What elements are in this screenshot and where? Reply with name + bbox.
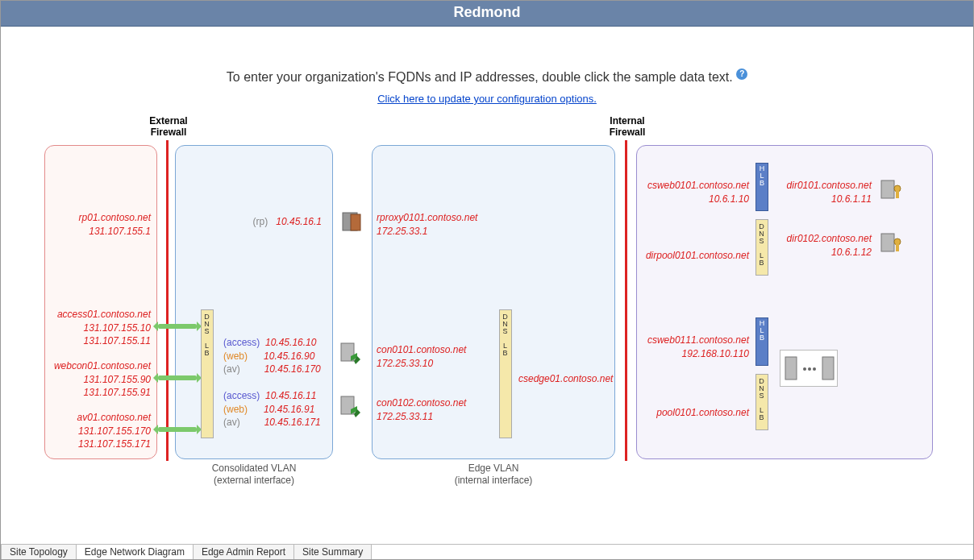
con1-ip: 172.25.33.10 — [377, 358, 433, 369]
dns-lb-bar-int1: DNS LB — [755, 219, 768, 276]
csweb1-fqdn: csweb0101.contoso.net — [647, 180, 749, 191]
svg-point-13 — [808, 367, 811, 371]
dns-lb-bar-int2: DNS LB — [755, 374, 768, 430]
csweb2-ip: 192.168.10.110 — [682, 348, 749, 359]
instruction-span: To enter your organization's FQDNs and I… — [227, 70, 733, 84]
av-ip2: 131.107.155.171 — [78, 438, 151, 450]
config-link[interactable]: Click here to update your configuration … — [377, 93, 597, 105]
consolidated-set1: (access) 10.45.16.10 (web) 10.45.16.90 (… — [223, 336, 328, 375]
rproxy-ip: 172.25.33.1 — [377, 226, 427, 237]
access-ip1: 131.107.155.10 — [84, 322, 151, 334]
dir1-ip: 10.6.1.11 — [831, 193, 872, 205]
rp-role-label: (rp) — [253, 216, 268, 227]
csweb2[interactable]: csweb0111.contoso.net 192.168.10.110 — [641, 334, 749, 359]
page-title: Redmond — [1, 1, 973, 27]
dns-lb-bar-consolidated: DNS LB — [201, 309, 214, 438]
csweb1[interactable]: csweb0101.contoso.net 10.6.1.10 — [641, 179, 749, 205]
consolidated-set2: (access) 10.45.16.11 (web) 10.45.16.91 (… — [223, 389, 328, 429]
av-external[interactable]: av01.contoso.net 131.107.155.170 131.107… — [49, 411, 151, 450]
dir2[interactable]: dir0102.contoso.net 10.6.1.12 — [775, 232, 872, 258]
help-icon[interactable]: ? — [736, 68, 747, 80]
instruction-text: To enter your organization's FQDNs and I… — [1, 68, 973, 85]
webcon-external[interactable]: webcon01.contoso.net 131.107.155.90 131.… — [40, 359, 151, 399]
set2-av-ip[interactable]: 10.45.16.171 — [264, 417, 321, 428]
tab-site-summary[interactable]: Site Summary — [293, 545, 372, 559]
access-ip2: 131.107.155.11 — [84, 335, 151, 346]
internal-firewall-label: InternalFirewall — [603, 116, 651, 139]
webcon-ip1: 131.107.155.90 — [84, 374, 151, 385]
tab-edge-network-diagram[interactable]: Edge Network Diagram — [76, 545, 194, 559]
set2-access-ip[interactable]: 10.45.16.11 — [265, 390, 316, 401]
hlb-bar-1: HLB — [755, 163, 768, 211]
dir1-fqdn: dir0101.contoso.net — [787, 180, 872, 191]
consolidated-vlan-label: Consolidated VLAN (external interface) — [175, 463, 333, 487]
set2-web-lbl: (web) — [223, 404, 248, 415]
rproxy-edge[interactable]: rproxy0101.contoso.net 172.25.33.1 — [377, 211, 506, 237]
svg-point-14 — [813, 367, 816, 371]
rp-ip: 131.107.155.1 — [89, 226, 151, 237]
con2-ip: 172.25.33.11 — [377, 411, 433, 422]
svg-rect-10 — [785, 357, 797, 380]
svg-rect-11 — [822, 357, 834, 380]
csweb1-ip: 10.6.1.10 — [709, 193, 749, 205]
webcon-fqdn: webcon01.contoso.net — [54, 360, 151, 371]
set2-web-ip[interactable]: 10.45.16.91 — [264, 404, 314, 415]
dir2-ip: 10.6.1.12 — [831, 247, 872, 258]
csweb2-fqdn: csweb0111.contoso.net — [647, 334, 749, 346]
rp-internal-ip[interactable]: 10.45.16.1 — [276, 216, 322, 227]
connector-webcon — [158, 375, 197, 380]
set1-av-lbl: (av) — [223, 363, 240, 375]
vlan-int-sub: (internal interface) — [455, 475, 533, 486]
connector-access — [158, 324, 197, 329]
hlb-bar-2: HLB — [755, 317, 768, 366]
con1-fqdn: con0101.contoso.net — [377, 344, 466, 355]
access-fqdn: access01.contoso.net — [57, 309, 151, 320]
dir1[interactable]: dir0101.contoso.net 10.6.1.11 — [775, 179, 872, 205]
svg-rect-6 — [896, 190, 899, 198]
diagram-canvas: ExternalFirewall InternalFirewall Consol… — [1, 108, 973, 511]
set1-access-lbl: (access) — [223, 337, 260, 348]
access-external[interactable]: access01.contoso.net 131.107.155.10 131.… — [43, 308, 151, 347]
set1-web-ip[interactable]: 10.45.16.90 — [264, 351, 314, 362]
vlan-ext-name: Consolidated VLAN — [212, 463, 297, 474]
rp-internal-ip-row: (rp) 10.45.16.1 — [217, 215, 322, 228]
svg-rect-4 — [881, 180, 894, 198]
set1-access-ip[interactable]: 10.45.16.10 — [265, 337, 316, 348]
pool-server-cluster-icon — [780, 350, 838, 387]
director-server-icon-2 — [880, 232, 904, 256]
webcon-ip2: 131.107.155.91 — [84, 387, 151, 398]
vlan-int-name: Edge VLAN — [468, 463, 519, 474]
config-link-row: Click here to update your configuration … — [1, 93, 973, 105]
av-ip1: 131.107.155.170 — [78, 425, 151, 437]
edge-server-icon-2 — [339, 395, 364, 419]
con1-edge[interactable]: con0101.contoso.net 172.25.33.10 — [377, 343, 506, 369]
rp-external[interactable]: rp01.contoso.net 131.107.155.1 — [49, 211, 151, 237]
con2-edge[interactable]: con0102.contoso.net 172.25.33.11 — [377, 396, 506, 422]
tab-site-topology[interactable]: Site Topology — [1, 545, 77, 559]
set2-access-lbl: (access) — [223, 390, 260, 401]
set1-av-ip[interactable]: 10.45.16.170 — [264, 363, 321, 375]
dns-lb-bar-edge: DNS LB — [499, 309, 512, 438]
rproxy-fqdn: rproxy0101.contoso.net — [377, 212, 477, 223]
rp-fqdn: rp01.contoso.net — [79, 212, 151, 223]
vlan-ext-sub: (external interface) — [214, 475, 294, 486]
dir2-fqdn: dir0102.contoso.net — [787, 233, 872, 244]
svg-rect-9 — [896, 243, 899, 251]
csedge[interactable]: csedge01.contoso.net — [518, 372, 623, 385]
tab-edge-admin-report[interactable]: Edge Admin Report — [193, 545, 294, 559]
edge-server-icon-1 — [339, 342, 364, 366]
internal-firewall-line — [625, 140, 627, 461]
reverse-proxy-icon — [339, 209, 364, 234]
pool[interactable]: pool0101.contoso.net — [641, 406, 749, 419]
external-firewall-label: ExternalFirewall — [144, 116, 193, 139]
svg-rect-1 — [351, 214, 360, 230]
connector-av — [158, 427, 197, 432]
set2-av-lbl: (av) — [223, 417, 240, 428]
dirpool[interactable]: dirpool0101.contoso.net — [641, 249, 749, 262]
svg-rect-7 — [881, 234, 894, 251]
director-server-icon-1 — [880, 179, 904, 203]
external-firewall-line — [166, 140, 169, 461]
edge-vlan-label: Edge VLAN (internal interface) — [372, 463, 615, 487]
con2-fqdn: con0102.contoso.net — [377, 397, 466, 409]
tab-bar: Site Topology Edge Network Diagram Edge … — [1, 544, 973, 559]
